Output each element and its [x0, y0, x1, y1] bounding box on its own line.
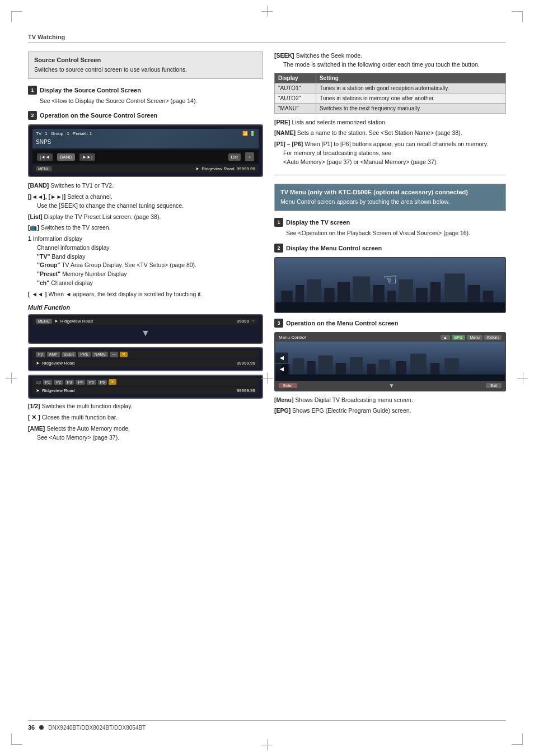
mf-row-1-right: 99999 ☜	[237, 319, 255, 324]
tv-list-btn[interactable]: List	[228, 153, 241, 161]
multi-function-section: Multi Function MENU ➤ Ridgeview Road 999…	[28, 304, 263, 442]
bullet-arrow: [ ◄◄ ] When ◄ appears, the text display …	[28, 290, 263, 299]
step-2-header: 2 Operation on the Source Control Screen	[28, 111, 263, 120]
mc-exit-btn[interactable]: Exit	[486, 383, 502, 388]
seek-row-auto2: "AUTO2" Tunes in stations in memory one …	[275, 93, 506, 103]
tv-screen: TV 1 Group : 1 Preset : 1 📶 🔋 SNPS	[28, 124, 263, 177]
epg-text: Shows EPG (Electric Program Guide) scree…	[292, 407, 411, 414]
bullet-info-sub5: "ch" Channel display	[37, 279, 263, 288]
tv-freq: 99999.99	[237, 166, 255, 171]
tv-bottom-right: ➤ Ridgeview Road 99999.99	[195, 166, 255, 171]
mc-return-btn[interactable]: Return	[484, 335, 502, 340]
mf-yellow-btn[interactable]: ✕	[120, 352, 128, 357]
right-step-1: 1 Display the TV screen See <Operation o…	[274, 218, 506, 238]
mf-freq-2: 99999.99	[237, 361, 255, 366]
mc-epg-btn[interactable]: EPG	[452, 335, 466, 340]
right-step-3-header: 3 Operation on the Menu Control screen	[274, 319, 506, 328]
tv-next-btn[interactable]: ►►|	[79, 153, 95, 161]
mf-pre-btn[interactable]: PRE	[78, 352, 90, 357]
menu-key: [Menu]	[274, 396, 293, 403]
tv-prev-btn[interactable]: |◄◄	[37, 153, 53, 161]
mf-amp-btn[interactable]: AMP	[47, 352, 60, 357]
tv-menu-btn[interactable]: MENU	[36, 166, 52, 171]
bullet-info-sub4: "Preset" Memory Number Display	[37, 270, 263, 279]
p1p6-sub2: <Auto Memory> (page 37) or <Manual Memor…	[283, 158, 506, 167]
bullet-band-text: Switches to TV1 or TV2.	[50, 182, 114, 189]
mf-p2-2-btn[interactable]: P2	[54, 380, 63, 385]
right-step-1-num: 1	[274, 218, 283, 227]
step-1-header: 1 Display the Source Control Screen	[28, 86, 263, 95]
section-title: TV Watching	[28, 34, 506, 43]
mf-p1-btn[interactable]: P1	[43, 380, 53, 385]
mf-dash-btn[interactable]: —	[110, 352, 118, 357]
mf-arrow-icon-3: ➤	[36, 388, 40, 393]
mf-bullet-1-key: [1/2]	[28, 403, 40, 409]
seek-key: [SEEK]	[274, 52, 294, 59]
mf-name-btn[interactable]: NAME	[92, 352, 108, 357]
corner-mark-bl	[11, 734, 22, 745]
mf-freq-3: 99999.99	[237, 388, 255, 393]
tv-extra-btn[interactable]: +	[245, 152, 254, 161]
mf-row-3b: ➤ Ridgeview Road 99999.99	[32, 387, 259, 394]
seek-bullet: [SEEK] Switches the Seek mode. The mode …	[274, 52, 506, 69]
mf-p-buttons: 2/2 P1 P2 P3 P4 P5 P6 ✕	[36, 379, 116, 385]
mc-enter-btn[interactable]: Enter	[279, 383, 297, 388]
tv-band-btn[interactable]: BAND	[57, 153, 75, 161]
right-step-2-title: Display the Menu Control screen	[286, 245, 382, 251]
pre-text: Lists and selects memorized station.	[292, 119, 387, 125]
mf-p6-btn[interactable]: P6	[98, 380, 107, 385]
menu-bullet-menu: [Menu] Shows Digital TV Broadcasting men…	[274, 396, 506, 405]
tv-top-bar: TV 1 Group : 1 Preset : 1 📶 🔋	[36, 131, 255, 136]
mc-controls: ▼	[389, 382, 395, 389]
bullet-info-text: Information display	[33, 235, 82, 242]
mf-bullet-3: [AME] Selects the Auto Memory mode. See …	[28, 424, 263, 442]
menu-text: Shows Digital TV Broadcasting menu scree…	[295, 396, 413, 403]
mf-p2-btn[interactable]: P2	[36, 352, 45, 357]
bullet-tv-icon-text: Switches to the TV screen.	[41, 224, 111, 231]
bullet-band-key: [BAND]	[28, 182, 49, 189]
divider	[274, 175, 506, 175]
mf-p3-btn[interactable]: P3	[65, 380, 74, 385]
name-bullet: [NAME] Sets a name to the station. See <…	[274, 129, 506, 138]
bullet-list-key: [List]	[28, 213, 43, 220]
mf-bullet-1: [1/2] Switches the multi function displa…	[28, 402, 263, 411]
mf-seek-btn[interactable]: SEEK	[62, 352, 77, 357]
right-step-2-header: 2 Display the Menu Control screen	[274, 244, 506, 253]
mf-bullet-2-text: Closes the multi function bar.	[42, 414, 118, 421]
bullet-info: 1 Information display Channel informatio…	[28, 235, 263, 288]
page-footer: 36 DNX9240BT/DDX8024BT/DDX8054BT	[28, 720, 506, 731]
tv-bullet-list: [BAND] Switches to TV1 or TV2. [|◄◄], [►…	[28, 181, 263, 298]
seek-sub: The mode is switched in the following or…	[283, 60, 506, 69]
tv-controls-bar: |◄◄ BAND ►►| List +	[32, 150, 259, 164]
mf-menu-btn[interactable]: MENU	[36, 319, 52, 324]
pre-key: [PRE]	[274, 119, 291, 125]
mf-screen-3: 2/2 P1 P2 P3 P4 P5 P6 ✕ ➤	[28, 375, 263, 399]
mf-row-1: MENU ➤ Ridgeview Road 99999 ☜	[32, 318, 259, 325]
mf-arrow-down: ▼	[32, 326, 259, 340]
mf-p5-btn[interactable]: P5	[87, 380, 96, 385]
page-num: 36	[28, 724, 35, 731]
p1p6-text: When [P1] to [P6] buttons appear, you ca…	[305, 141, 488, 147]
bullet-info-sub2: "TV" Band display	[37, 253, 263, 262]
tv-snps: SNPS	[36, 138, 255, 146]
mf-bullet-1-text: Switches the multi function display.	[42, 403, 133, 409]
tv-menu-box: TV Menu (only with KTC-D500E (optional a…	[274, 184, 506, 211]
mf-road-3: Ridgeview Road	[42, 388, 74, 393]
p1p6-sub1: For memory of broadcasting stations, see	[283, 149, 506, 158]
mf-bullet-3-key: [AME]	[28, 425, 45, 432]
tv-road: Ridgeview Road	[202, 166, 234, 171]
mc-up-btn[interactable]: ▲	[441, 335, 450, 340]
name-text: Sets a name to the station. See <Set Sta…	[297, 129, 462, 136]
bullet-list-text: Display the TV Preset List screen. (page…	[44, 213, 161, 220]
tv-group: Group : 1	[51, 131, 69, 136]
multi-function-header: Multi Function	[28, 304, 263, 311]
name-key: [NAME]	[274, 129, 296, 136]
mf-close-btn[interactable]: ✕	[109, 379, 116, 385]
mc-top-label: Menu Control	[279, 335, 306, 340]
mf-bullet-2-key: [ ✕ ]	[28, 414, 40, 421]
mc-menu-btn[interactable]: Menu	[467, 335, 483, 340]
right-step-2: 2 Display the Menu Control screen	[274, 244, 506, 313]
tv-arrow-icon: ➤	[195, 166, 199, 171]
svg-text:☜: ☜	[383, 270, 397, 288]
mf-p4-btn[interactable]: P4	[76, 380, 85, 385]
